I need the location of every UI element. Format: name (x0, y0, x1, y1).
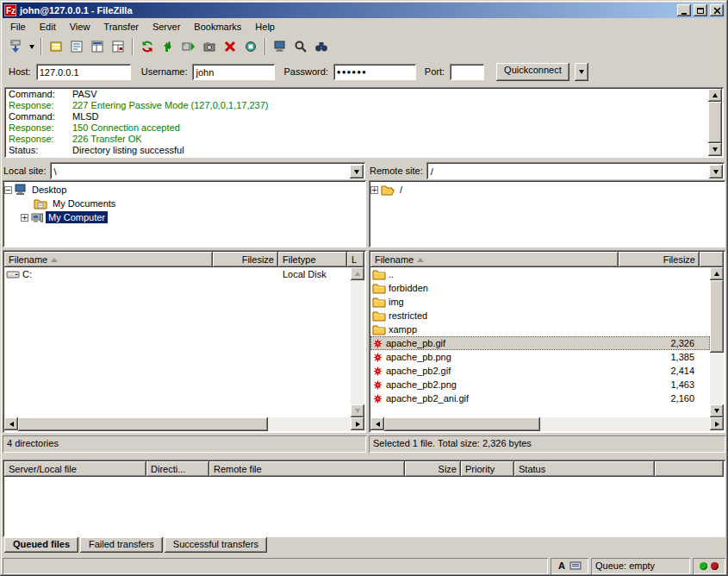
file-row[interactable]: xampp (370, 322, 710, 336)
remote-site-row: Remote site: / (369, 161, 725, 180)
tab-successful-transfers[interactable]: Successful transfers (165, 537, 267, 553)
scroll-up-button[interactable] (351, 267, 364, 280)
file-row[interactable]: forbidden (370, 281, 710, 295)
horizontal-splitter[interactable] (3, 453, 725, 460)
file-row[interactable]: C: Local Disk (4, 267, 351, 281)
connect-button[interactable] (5, 37, 26, 56)
scroll-right-button[interactable] (710, 417, 724, 430)
scroll-left-button[interactable] (370, 417, 384, 430)
tab-queued-files[interactable]: Queued files (4, 537, 78, 553)
menu-edit[interactable]: Edit (33, 19, 63, 34)
local-site-dropdown-button[interactable] (350, 165, 364, 178)
minimize-button[interactable] (677, 4, 691, 16)
menu-help[interactable]: Help (248, 19, 282, 34)
column-header-filesize[interactable]: Filesize (213, 252, 278, 267)
site-manager-button[interactable] (46, 37, 66, 56)
scroll-down-button[interactable] (708, 143, 722, 156)
toggle-remote-tree-button[interactable] (108, 37, 128, 56)
tab-failed-transfers[interactable]: Failed transfers (80, 537, 163, 553)
file-row-selected[interactable]: apache_pb.gif 2,326 (370, 336, 710, 350)
file-row[interactable]: apache_pb2_ani.gif 2,160 (370, 391, 710, 405)
scroll-thumb[interactable] (384, 417, 540, 431)
find-computer-button[interactable] (270, 37, 290, 56)
column-header-filename[interactable]: Filename (370, 252, 619, 267)
scroll-track[interactable] (710, 280, 724, 404)
cancel-button[interactable] (220, 37, 240, 56)
file-row[interactable]: apache_pb.png 1,385 (370, 350, 710, 364)
column-header-size[interactable]: Size (405, 461, 461, 477)
file-icon (372, 338, 383, 349)
menu-transfer[interactable]: Transfer (96, 19, 146, 34)
remote-status-text: Selected 1 file. Total size: 2,326 bytes (369, 435, 725, 453)
quickconnect-button[interactable]: Quickconnect (496, 63, 569, 81)
refresh-button[interactable] (137, 37, 158, 56)
toggle-local-tree-button[interactable] (87, 37, 108, 56)
process-queue-button[interactable] (178, 37, 199, 56)
menu-server[interactable]: Server (146, 19, 187, 34)
tree-item-my-documents[interactable]: My Documents (4, 197, 364, 210)
column-header-priority[interactable]: Priority (461, 461, 514, 477)
scroll-thumb[interactable] (710, 280, 724, 353)
scroll-thumb[interactable] (18, 417, 268, 431)
binoculars-icon (314, 40, 328, 53)
expand-icon[interactable]: + (21, 214, 28, 222)
collapse-icon[interactable]: − (4, 186, 12, 194)
column-header-direction[interactable]: Directi... (146, 461, 209, 477)
scroll-track[interactable] (351, 280, 364, 404)
port-input[interactable] (450, 64, 484, 80)
scroll-track[interactable] (708, 102, 722, 143)
close-button[interactable] (710, 4, 724, 16)
file-row[interactable]: apache_pb2.png 1,463 (370, 378, 710, 391)
preview-button[interactable] (199, 37, 220, 56)
username-input[interactable] (192, 64, 275, 80)
scroll-up-button[interactable] (710, 267, 724, 280)
scroll-left-button[interactable] (4, 417, 18, 430)
sort-ascending-icon (51, 258, 58, 262)
disconnect-button[interactable] (240, 37, 261, 56)
quickconnect-dropdown-button[interactable] (575, 63, 588, 81)
column-header-server-local-file[interactable]: Server/Local file (4, 461, 146, 477)
local-site-label: Local site: (3, 166, 47, 176)
search-button[interactable] (290, 37, 311, 56)
menu-view[interactable]: View (63, 19, 97, 34)
column-header-filetype[interactable]: Filetype (278, 252, 347, 267)
column-header-filesize[interactable]: Filesize (619, 252, 700, 267)
file-row[interactable]: img (370, 295, 710, 309)
menu-bookmarks[interactable]: Bookmarks (187, 19, 248, 34)
column-header-lastmodified[interactable]: L (347, 252, 364, 267)
tree-item-root[interactable]: + / (370, 183, 724, 197)
column-header-status[interactable]: Status (514, 461, 655, 477)
file-row[interactable]: .. (370, 267, 710, 281)
column-header-filename[interactable]: Filename (4, 252, 213, 267)
maximize-button[interactable] (694, 4, 707, 16)
scroll-track[interactable] (18, 417, 351, 431)
log-vertical-scrollbar (708, 89, 722, 156)
remote-site-dropdown-button[interactable] (709, 165, 723, 178)
tree-item-my-computer[interactable]: + My Computer (4, 210, 364, 224)
remote-site-label: Remote site: (370, 166, 423, 176)
chevron-down-icon (354, 170, 359, 174)
local-site-combobox[interactable]: \ (50, 162, 365, 179)
connect-dropdown-button[interactable] (26, 37, 37, 56)
file-row[interactable]: apache_pb2.gif 2,414 (370, 364, 710, 378)
scroll-up-button[interactable] (708, 89, 722, 102)
filter-button[interactable] (311, 37, 332, 56)
scroll-thumb[interactable] (708, 102, 722, 143)
host-input[interactable] (36, 64, 131, 80)
statusbar-message-panel (3, 558, 548, 574)
scroll-track[interactable] (384, 417, 710, 431)
remote-site-combobox[interactable]: / (426, 162, 725, 179)
file-icon (372, 352, 383, 363)
scroll-right-button[interactable] (351, 417, 364, 430)
toggle-queue-button[interactable] (158, 37, 178, 56)
tree-item-desktop[interactable]: − Desktop (4, 183, 364, 197)
toggle-message-log-button[interactable] (66, 37, 87, 56)
scroll-down-button[interactable] (351, 404, 364, 417)
column-header-remote-file[interactable]: Remote file (209, 461, 405, 477)
preview-icon (202, 40, 216, 53)
menu-file[interactable]: File (3, 19, 33, 34)
password-input[interactable] (333, 64, 416, 80)
expand-icon[interactable]: + (370, 186, 378, 194)
file-row[interactable]: restricted (370, 309, 710, 322)
scroll-down-button[interactable] (710, 404, 724, 417)
